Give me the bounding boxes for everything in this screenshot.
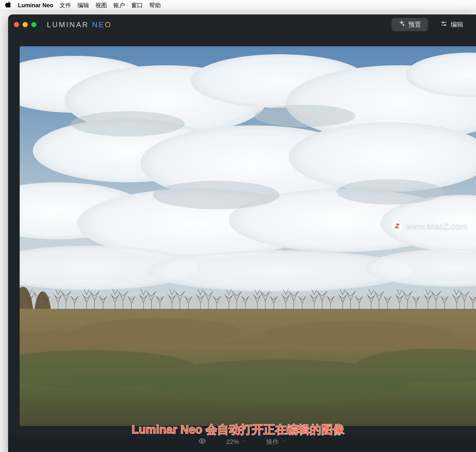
svg-point-23 [336,179,444,204]
zoom-value: 22% [226,438,239,446]
menubar-item-window[interactable]: 窗口 [131,1,143,9]
menubar-item-file[interactable]: 文件 [60,1,71,9]
watermark-badge-icon: Z [392,221,402,231]
canvas-area: Z www.MacZ.com 22% ﹀ 操作 ﹀ [8,35,476,452]
chevron-down-icon: ﹀ [242,439,246,444]
sparkle-icon [398,21,405,29]
close-icon[interactable] [14,22,19,27]
app-window: LUMINAR NEO 预置 编辑 [8,14,476,452]
brand-text-b: NE [92,20,105,29]
menubar-item-view[interactable]: 视图 [95,1,107,9]
watermark-text: www.MacZ.com [406,221,467,231]
fullscreen-icon[interactable] [31,22,36,27]
svg-point-32 [201,440,203,442]
edit-button[interactable]: 编辑 [434,18,470,31]
svg-point-30 [264,321,453,348]
presets-button[interactable]: 预置 [392,18,428,31]
edit-label: 编辑 [451,20,463,29]
apple-logo-icon[interactable] [5,1,12,9]
window-controls [14,22,36,27]
sliders-icon [441,21,447,29]
zoom-level[interactable]: 22% ﹀ [226,438,246,446]
image-preview[interactable]: Z www.MacZ.com [20,46,476,426]
macos-menubar: Luminar Neo 文件 编辑 视图 账户 窗口 帮助 [0,0,476,11]
watermark: Z www.MacZ.com [392,221,467,231]
actions-menu[interactable]: 操作 ﹀ [266,438,286,446]
svg-point-2 [442,22,444,23]
chevron-down-icon: ﹀ [282,439,286,444]
menubar-app-name[interactable]: Luminar Neo [18,2,53,9]
menubar-item-account[interactable]: 账户 [113,1,125,9]
visibility-toggle[interactable] [198,437,206,447]
actions-label: 操作 [266,438,279,446]
svg-point-22 [153,181,279,209]
menubar-item-help[interactable]: 帮助 [149,1,161,9]
svg-point-21 [254,105,355,127]
brand-text-a: LUMINAR [47,20,92,29]
brand-text-c: O [105,20,112,29]
app-logo: LUMINAR NEO [47,20,112,29]
titlebar: LUMINAR NEO 预置 编辑 [8,14,476,35]
svg-point-20 [71,111,185,136]
presets-label: 预置 [408,20,421,29]
menubar-item-edit[interactable]: 编辑 [78,1,89,9]
svg-point-3 [444,24,446,26]
eye-icon [198,437,206,447]
mode-switch: 预置 编辑 [392,18,470,31]
status-bar: 22% ﹀ 操作 ﹀ [8,432,476,452]
minimize-icon[interactable] [23,22,28,27]
